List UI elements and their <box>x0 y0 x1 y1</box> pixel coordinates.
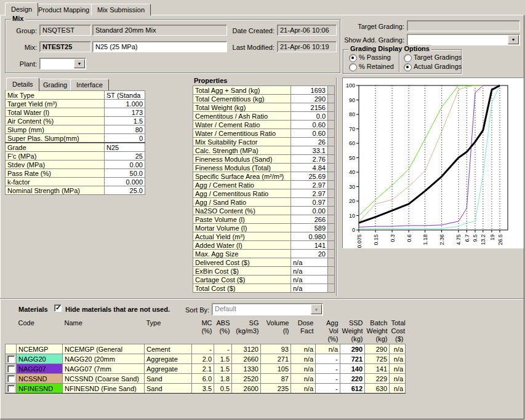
cell-sg[interactable]: 2660 <box>232 354 261 364</box>
cell-sg[interactable]: 2520 <box>232 374 261 384</box>
radio-actual-gradings[interactable] <box>404 63 412 71</box>
mix-code-field[interactable]: NTEST25 <box>39 41 91 52</box>
row-value[interactable]: n/a <box>291 284 328 293</box>
plant-dropdown[interactable]: ▼ <box>39 58 86 69</box>
cell-mc[interactable]: - <box>192 344 214 354</box>
cell-agg_vol[interactable]: - <box>316 364 340 374</box>
cell-ssd_weight[interactable]: 220 <box>340 374 365 384</box>
cell-volume[interactable]: 93 <box>261 344 291 354</box>
cell-name[interactable]: NFINESND (Fine Sand) <box>63 384 145 394</box>
cell-dose_fact[interactable]: n/a <box>291 374 316 384</box>
row-value[interactable]: 2.97 <box>291 181 328 189</box>
row-value[interactable]: 50.0 <box>105 169 145 178</box>
cell-code[interactable]: NFINESND <box>17 384 63 394</box>
row-value[interactable]: 173 <box>105 108 145 117</box>
cell-mc[interactable]: 2.1 <box>192 364 214 374</box>
cell-dose_fact[interactable]: n/a <box>291 344 316 354</box>
radio-retained[interactable] <box>349 63 357 71</box>
cell-ssd_weight[interactable]: 721 <box>340 354 365 364</box>
row-value[interactable]: 589 <box>291 224 328 232</box>
cell-abs[interactable]: 1.8 <box>214 374 232 384</box>
cell-volume[interactable]: 271 <box>261 354 291 364</box>
group-code-field[interactable]: NSQTEST <box>39 25 91 36</box>
cell-total_cost[interactable]: n/a <box>390 364 406 374</box>
material-checkbox[interactable] <box>7 355 15 363</box>
cell-code[interactable]: NCSSND <box>17 374 63 384</box>
row-value[interactable]: 2156 <box>291 103 328 112</box>
cell-selector[interactable] <box>6 354 17 364</box>
cell-mc[interactable]: 3.5 <box>192 384 214 394</box>
row-value[interactable]: 0.60 <box>291 129 328 138</box>
cell-type[interactable]: Sand <box>145 374 192 384</box>
row-value[interactable]: 2.97 <box>291 189 328 198</box>
row-value[interactable]: 25.0 <box>105 186 145 195</box>
show-add-grading-dropdown[interactable]: ▼ <box>407 34 520 46</box>
radio-passing[interactable] <box>349 54 357 62</box>
cell-abs[interactable]: 1.5 <box>214 354 232 364</box>
tab-details[interactable]: Details <box>6 77 39 91</box>
row-value[interactable]: 4.84 <box>291 164 328 172</box>
chevron-down-icon[interactable]: ▼ <box>74 59 85 68</box>
cell-abs[interactable]: 1.5 <box>214 364 232 374</box>
cell-ssd_weight[interactable]: 140 <box>340 364 365 374</box>
cell-agg_vol[interactable]: - <box>316 354 340 364</box>
row-value[interactable]: 141 <box>291 241 328 250</box>
cell-type[interactable]: Aggregate <box>145 354 192 364</box>
row-value[interactable]: 25 <box>105 152 145 160</box>
cell-selector[interactable] <box>6 344 17 354</box>
cell-batch_weight[interactable]: 141 <box>365 364 390 374</box>
cell-name[interactable]: NAGG07 (7mm <box>63 364 145 374</box>
cell-mc[interactable]: 2.0 <box>192 354 214 364</box>
cell-volume[interactable]: 105 <box>261 364 291 374</box>
hide-unused-checkbox[interactable] <box>54 304 62 312</box>
cell-volume[interactable]: 235 <box>261 384 291 394</box>
tab-grading[interactable]: Grading <box>37 79 73 90</box>
cell-selector[interactable] <box>6 384 17 394</box>
row-value[interactable]: 0.0 <box>291 112 328 121</box>
cell-total_cost[interactable]: n/a <box>390 354 406 364</box>
row-value[interactable]: 290 <box>291 95 328 103</box>
row-value[interactable]: n/a <box>291 275 328 284</box>
cell-dose_fact[interactable]: n/a <box>291 364 316 374</box>
cell-volume[interactable]: 87 <box>261 374 291 384</box>
cell-selector[interactable] <box>6 364 17 374</box>
cell-name[interactable]: NAGG20 (20mm <box>63 354 145 364</box>
cell-total_cost[interactable]: n/a <box>390 374 406 384</box>
row-value[interactable]: 0.980 <box>291 232 328 241</box>
row-value[interactable]: ST (Standa <box>105 91 145 100</box>
cell-batch_weight[interactable]: 290 <box>365 344 390 354</box>
cell-abs[interactable]: 0.5 <box>214 384 232 394</box>
cell-ssd_weight[interactable]: 612 <box>340 384 365 394</box>
cell-dose_fact[interactable]: n/a <box>291 384 316 394</box>
row-value[interactable]: 266 <box>291 215 328 224</box>
cell-sg[interactable]: 3120 <box>232 344 261 354</box>
cell-batch_weight[interactable]: 725 <box>365 354 390 364</box>
row-value[interactable]: 20 <box>291 250 328 258</box>
row-value[interactable]: 25.69 <box>291 172 328 181</box>
cell-ssd_weight[interactable]: 290 <box>340 344 365 354</box>
row-value[interactable]: 1693 <box>291 86 328 95</box>
cell-abs[interactable]: - <box>214 344 232 354</box>
row-value[interactable]: 0.00 <box>105 160 145 169</box>
material-checkbox[interactable] <box>7 375 15 382</box>
cell-batch_weight[interactable]: 229 <box>365 374 390 384</box>
row-value[interactable]: 0.00 <box>291 207 328 215</box>
cell-name[interactable]: NCSSND (Coarse Sand) <box>63 374 145 384</box>
group-description-field[interactable]: Standard 20mm Mix <box>92 25 227 36</box>
cell-batch_weight[interactable]: 630 <box>365 384 390 394</box>
row-value[interactable]: 33.1 <box>291 146 328 155</box>
row-value[interactable]: 1.000 <box>105 100 145 108</box>
tab-product-mapping[interactable]: Product Mapping <box>32 4 95 15</box>
tab-interface[interactable]: Interface <box>70 79 109 90</box>
cell-agg_vol[interactable]: n/a <box>316 344 340 354</box>
row-value[interactable]: 0.97 <box>291 198 328 207</box>
row-value[interactable]: n/a <box>291 258 328 267</box>
tab-mix-submission[interactable]: Mix Submission <box>91 4 151 15</box>
row-value[interactable]: 0.60 <box>291 121 328 129</box>
sort-by-dropdown[interactable]: Default ▼ <box>212 303 323 315</box>
material-checkbox[interactable] <box>7 365 15 373</box>
cell-agg_vol[interactable]: - <box>316 384 340 394</box>
cell-code[interactable]: NAGG20 <box>17 354 63 364</box>
row-value[interactable]: N25 <box>105 143 145 152</box>
cell-name[interactable]: NCEMGP (General <box>63 344 145 354</box>
